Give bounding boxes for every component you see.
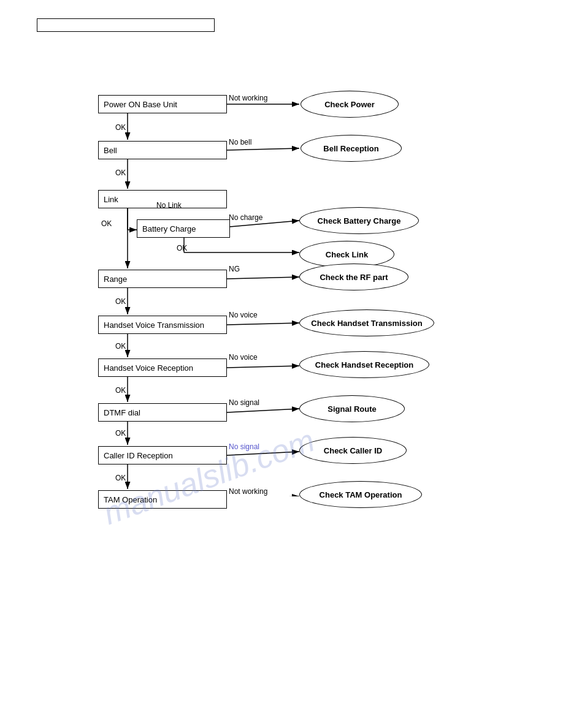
box-handset-rx: Handset Voice Reception	[98, 358, 227, 377]
label-no-signal-1: No signal	[229, 398, 259, 407]
oval-signal-route: Signal Route	[299, 395, 405, 422]
page: Power ON Base Unit Bell Link Battery Cha…	[0, 0, 563, 728]
svg-line-15	[227, 366, 299, 368]
box-tam: TAM Operation	[98, 490, 227, 509]
oval-check-handset-tx: Check Handset Transmission	[299, 309, 434, 336]
label-no-voice-1: No voice	[229, 311, 258, 319]
box-handset-tx: Handset Voice Transmission	[98, 316, 227, 334]
label-not-working-1: Not working	[229, 94, 267, 102]
box-power-on: Power ON Base Unit	[98, 95, 227, 113]
svg-line-17	[227, 409, 299, 412]
ok-8: OK	[115, 474, 126, 482]
box-caller-id: Caller ID Reception	[98, 446, 227, 464]
label-no-voice-2: No voice	[229, 353, 258, 362]
label-no-bell: No bell	[229, 138, 251, 146]
box-bell: Bell	[98, 141, 227, 159]
label-no-charge: No charge	[229, 213, 262, 222]
oval-check-battery: Check Battery Charge	[299, 207, 419, 234]
ok-link: OK	[177, 244, 187, 252]
label-not-working-2: Not working	[229, 487, 267, 496]
box-dtmf: DTMF dial	[98, 403, 227, 422]
svg-line-3	[227, 148, 299, 150]
ok-1: OK	[115, 123, 126, 132]
ok-7: OK	[115, 429, 126, 438]
oval-check-power: Check Power	[301, 91, 399, 118]
svg-line-19	[227, 452, 299, 455]
label-no-link: No Link	[156, 201, 182, 210]
label-no-signal-2: No signal	[229, 442, 259, 451]
ok-5: OK	[115, 342, 126, 351]
ok-4: OK	[115, 297, 126, 306]
svg-line-13	[227, 323, 299, 325]
box-range: Range	[98, 270, 227, 288]
label-ng: NG	[229, 265, 240, 273]
oval-bell-reception: Bell Reception	[301, 135, 402, 162]
oval-check-caller-id: Check Caller ID	[299, 437, 407, 464]
ok-6: OK	[115, 386, 126, 395]
top-bar-rect	[37, 18, 215, 32]
box-battery-charge: Battery Charge	[137, 219, 230, 238]
oval-check-handset-rx: Check Handset Reception	[299, 351, 429, 378]
svg-line-11	[227, 277, 299, 279]
ok-2: OK	[115, 169, 126, 177]
watermark: manualslib.com	[99, 422, 320, 532]
oval-check-tam: Check TAM Operation	[299, 481, 422, 508]
oval-check-rf: Check the RF part	[299, 264, 408, 290]
ok-3: OK	[101, 219, 112, 228]
